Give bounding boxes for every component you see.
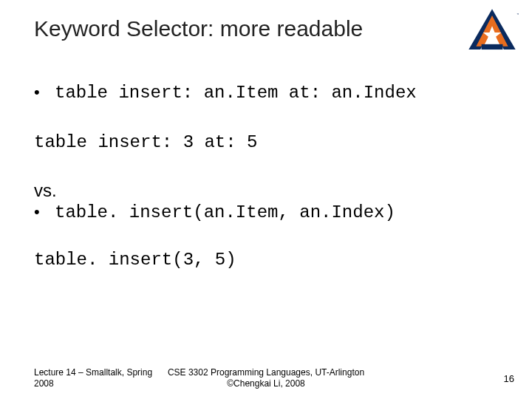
slide-body: • table insert: an.Item at: an.Index tab…: [34, 83, 502, 271]
bullet-dot-icon: •: [34, 202, 55, 222]
bullet-2: • table. insert(an.Item, an.Index): [34, 202, 502, 224]
page-number: 16: [504, 373, 514, 384]
code-line-2: table. insert(an.Item, an.Index): [55, 202, 395, 224]
svg-text:™: ™: [516, 13, 519, 16]
bullet-1: • table insert: an.Item at: an.Index: [34, 83, 502, 104]
footer-center: CSE 3302 Programming Languages, UT-Arlin…: [0, 367, 532, 389]
footer-center-line2: ©Chengkai Li, 2008: [0, 378, 532, 389]
code-line-1: table insert: an.Item at: an.Index: [55, 83, 417, 104]
svg-rect-4: [482, 44, 503, 50]
slide-title: Keyword Selector: more readable: [34, 16, 363, 41]
footer-center-line1: CSE 3302 Programming Languages, UT-Arlin…: [0, 367, 532, 378]
code-line-2-example: table. insert(3, 5): [34, 250, 502, 271]
footer: Lecture 14 – Smalltalk, Spring 2008 CSE …: [0, 362, 532, 389]
bullet-dot-icon: •: [34, 83, 55, 102]
slide: Keyword Selector: more readable ™ • tabl…: [0, 0, 532, 399]
uta-a-icon: ™: [466, 6, 519, 59]
code-line-1-example: table insert: 3 at: 5: [34, 132, 502, 154]
uta-logo: ™: [466, 6, 519, 59]
vs-label: vs.: [34, 180, 502, 201]
